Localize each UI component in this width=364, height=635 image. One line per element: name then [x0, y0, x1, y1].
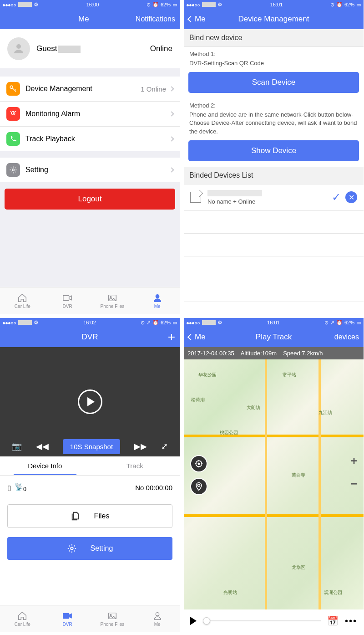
gear-icon [6, 163, 20, 177]
fullscreen-button[interactable]: ⤢ [161, 441, 168, 451]
user-row[interactable]: Guest Online [0, 29, 180, 68]
tab-car-life[interactable]: Car Life [0, 605, 45, 632]
screen-me: ⚙ 16:00 ⊙⏰62%▭ Me Notifications Guest On… [0, 0, 180, 314]
camera-icon[interactable]: 📷 [12, 441, 22, 451]
method-1-desc: DVR-Setting-Scan QR Code [184, 59, 364, 72]
logout-button[interactable]: Logout [5, 189, 175, 210]
row-monitoring-alarm[interactable]: Monitoring Alarm [0, 102, 180, 127]
track-info-bar: 2017-12-04 00:35 Altitude:109m Speed:7.2… [184, 347, 364, 359]
gear-icon [67, 543, 77, 553]
rewind-button[interactable]: ◀◀ [36, 441, 49, 451]
svg-point-14 [198, 463, 199, 464]
chevron-right-icon [169, 136, 174, 141]
svg-rect-4 [63, 296, 69, 301]
wifi-icon: ⚙ [34, 1, 39, 8]
svg-point-3 [12, 169, 15, 171]
tab-phone-files[interactable]: Phone Files [90, 605, 135, 632]
section-bind-new: Bind new device [184, 29, 364, 47]
setting-button[interactable]: Setting [7, 537, 172, 560]
phone-icon [6, 132, 20, 146]
tab-device-info[interactable]: Device Info [0, 456, 90, 475]
method-1-label: Method 1: [184, 47, 364, 59]
files-icon [71, 511, 81, 521]
user-name: Guest [36, 44, 57, 53]
list-item [184, 234, 364, 256]
more-button[interactable]: ••• [345, 616, 357, 626]
delete-button[interactable]: ✕ [345, 191, 357, 203]
row-device-management[interactable]: Device Management 1 Online [0, 77, 180, 102]
device-status: No name + Online [207, 198, 332, 205]
map-view[interactable]: 华花公园 松荷湖 桃园公园 常平站 九江镇 芙蓉寺 龙华区 光明站 观澜公园 大… [184, 359, 364, 609]
row-track-playback[interactable]: Track Playback [0, 127, 180, 151]
slider-thumb[interactable] [203, 617, 210, 625]
files-button[interactable]: Files [7, 504, 172, 528]
device-info-row: ▯ 📡0 No 00:00:00 [0, 476, 180, 500]
tab-me[interactable]: Me [135, 605, 180, 632]
tab-car-life[interactable]: Car Life [0, 287, 45, 314]
status-time: 16:00 [86, 2, 99, 7]
status-bar: ⚙ 16:01 ⊙⏰62%▭ [184, 0, 364, 9]
screen-dvr: ⚙ 16:02 ⊙↗⏰62%▭ DVR + 📷 ◀◀ 10S Snapshot … [0, 318, 180, 632]
svg-point-7 [156, 295, 159, 298]
calendar-button[interactable]: 📅 [327, 615, 339, 626]
key-icon [6, 82, 20, 96]
progress-slider[interactable] [203, 620, 321, 621]
track-speed: Speed:7.2km/h [283, 350, 323, 357]
chevron-left-icon [187, 16, 194, 22]
locate-button[interactable] [190, 455, 207, 472]
user-status: Online [150, 44, 172, 53]
status-time: 16:01 [267, 320, 280, 325]
notifications-button[interactable]: Notifications [136, 15, 175, 23]
row-setting[interactable]: Setting [0, 158, 180, 182]
player-play-button[interactable] [190, 617, 197, 625]
device-row[interactable]: No name + Online ✓ ✕ [184, 184, 364, 211]
tabbar: Car Life DVR Phone Files Me [0, 287, 180, 314]
player-bar: 📅 ••• [184, 609, 364, 632]
forward-button[interactable]: ▶▶ [134, 441, 147, 451]
svg-rect-9 [63, 614, 69, 619]
nav-bar: Me Device Management [184, 9, 364, 29]
sd-icon: ▯ [7, 484, 11, 492]
check-icon[interactable]: ✓ [332, 191, 341, 204]
zoom-in-button[interactable]: + [348, 455, 360, 467]
method-2-label: Method 2: [184, 98, 364, 111]
edit-icon[interactable] [190, 192, 201, 203]
snapshot-button[interactable]: 10S Snapshot [63, 439, 120, 454]
svg-point-12 [156, 613, 159, 616]
tab-me[interactable]: Me [135, 287, 180, 314]
chevron-right-icon [169, 86, 174, 91]
zoom-out-button[interactable]: − [348, 478, 360, 490]
chevron-right-icon [169, 111, 174, 116]
status-time: 16:01 [270, 2, 283, 7]
page-title: Play Track [216, 333, 332, 342]
status-bar: ⚙ 16:00 ⊙⏰62%▭ [0, 0, 180, 9]
track-altitude: Altitude:109m [241, 350, 277, 357]
tab-phone-files[interactable]: Phone Files [90, 287, 135, 314]
back-button[interactable]: Me [188, 333, 216, 342]
svg-point-15 [198, 484, 200, 486]
devices-button[interactable]: devices [332, 333, 359, 341]
status-bar: ⚙ 16:01 ⊙↗⏰62%▭ [184, 318, 364, 327]
car-location-button[interactable] [190, 478, 207, 495]
tab-dvr[interactable]: DVR [45, 605, 90, 632]
battery-icon: ▭ [172, 2, 177, 8]
scan-device-button[interactable]: Scan Device [188, 72, 359, 93]
svg-point-0 [16, 44, 21, 49]
chevron-left-icon [187, 334, 194, 340]
chevron-right-icon [169, 167, 174, 172]
list-item [184, 279, 364, 302]
tab-track[interactable]: Track [90, 456, 180, 475]
nav-bar: Me Play Track devices [184, 327, 364, 347]
add-button[interactable]: + [168, 330, 175, 344]
play-button[interactable] [78, 389, 102, 414]
alarm-icon: ⏰ [152, 2, 159, 8]
back-button[interactable]: Me [188, 15, 216, 24]
satellite-icon: 📡0 [15, 483, 26, 492]
page-title: Me [32, 15, 136, 24]
alarm-icon [6, 107, 20, 121]
tab-dvr[interactable]: DVR [45, 287, 90, 314]
nav-bar: Me Notifications [0, 9, 180, 29]
video-player[interactable]: 📷 ◀◀ 10S Snapshot ▶▶ ⤢ [0, 347, 180, 456]
page-title: DVR [32, 333, 148, 342]
show-device-button[interactable]: Show Device [188, 140, 359, 161]
